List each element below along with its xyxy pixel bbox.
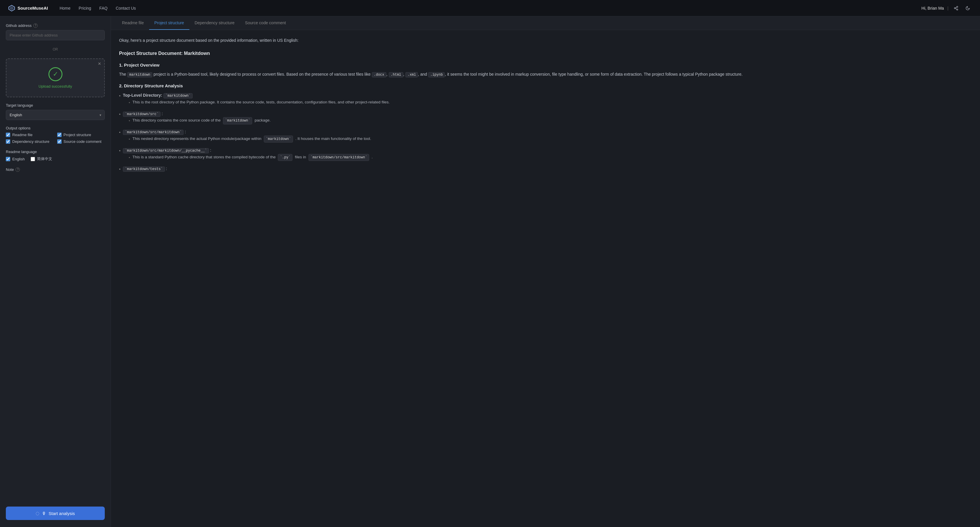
svg-point-2	[957, 6, 958, 7]
readme-lang-chinese-label: 简体中文	[37, 156, 52, 161]
start-btn-microphone-icon: 🎙	[42, 511, 46, 516]
language-select-wrapper: English 简体中文 日本語 한국어 ▾	[6, 110, 105, 120]
note-label: Note ?	[6, 168, 105, 172]
github-help-icon[interactable]: ?	[33, 23, 38, 28]
brand-logo[interactable]: SourceMuseAI	[8, 5, 48, 12]
nav-pricing[interactable]: Pricing	[79, 6, 91, 11]
code-src-markitdown: `markitdown/src/markitdown`	[123, 130, 184, 135]
option-project-structure-label: Project structure	[64, 133, 91, 137]
readme-lang-chinese-checkbox[interactable]	[31, 157, 35, 161]
readme-language-section: Readme language English 简体中文	[6, 150, 105, 161]
code-pycache: `markitdown/src/markitdown/__pycache__`	[123, 148, 209, 153]
code-markitdown-1: markitdown	[127, 72, 152, 77]
github-section: Github address ?	[6, 23, 105, 40]
sub-item-src: This directory contains the core source …	[129, 117, 270, 125]
sub-list-src-markitdown: This nested directory represents the act…	[123, 136, 371, 143]
option-readme[interactable]: Readme file	[6, 133, 54, 137]
language-select[interactable]: English 简体中文 日本語 한국어	[6, 110, 105, 120]
sub-item-pycache: This is a standard Python cache director…	[129, 154, 373, 161]
share-icon[interactable]	[952, 4, 960, 12]
code-markitdown-top: `markitdown`	[164, 93, 192, 99]
github-input[interactable]	[6, 30, 105, 40]
start-btn-spinner: ◌	[36, 511, 40, 516]
user-greeting: Hi, Brian Ma	[921, 6, 944, 11]
main-layout: Github address ? OR ✕ ✓ Upload successfu…	[0, 16, 980, 527]
github-label: Github address ?	[6, 23, 105, 28]
code-markitdown-pkg: `markitdown`	[223, 117, 252, 124]
code-tests: `markitdown/tests`	[123, 166, 165, 172]
option-source-comment[interactable]: Source code comment	[57, 139, 105, 144]
note-help-icon[interactable]: ?	[16, 168, 20, 172]
readme-lang-chinese[interactable]: 简体中文	[31, 156, 52, 161]
section-2-heading: 2. Directory Structure Analysis	[119, 82, 972, 90]
svg-line-6	[956, 7, 957, 8]
option-dependency-structure-checkbox[interactable]	[6, 139, 10, 144]
or-divider: OR	[6, 47, 105, 51]
readme-lang-english-label: English	[12, 157, 25, 161]
content-area: Okay, here's a project structure documen…	[111, 30, 980, 527]
sub-list-toplevel: This is the root directory of the Python…	[123, 99, 390, 106]
readme-language-label: Readme language	[6, 150, 105, 154]
code-py: `.py`	[278, 154, 293, 161]
left-panel: Github address ? OR ✕ ✓ Upload successfu…	[0, 16, 111, 527]
start-analysis-button[interactable]: ◌ 🎙 Start analysis	[6, 506, 105, 520]
dir-item-toplevel: Top-Level Directory: `markitdown` This i…	[119, 92, 972, 108]
option-source-comment-checkbox[interactable]	[57, 139, 62, 144]
right-panel: Readme file Project structure Dependency…	[111, 16, 980, 527]
target-language-section: Target language English 简体中文 日本語 한국어 ▾	[6, 103, 105, 120]
option-readme-checkbox[interactable]	[6, 133, 10, 137]
tab-readme[interactable]: Readme file	[117, 16, 149, 30]
sub-item-toplevel: This is the root directory of the Python…	[129, 99, 390, 106]
nav-links: Home Pricing FAQ Contact Us	[59, 6, 921, 11]
sub-list-pycache: This is a standard Python cache director…	[123, 154, 373, 161]
output-options-label: Output options	[6, 126, 105, 130]
svg-line-5	[956, 8, 957, 10]
section-1-para: The markitdown project is a Python-based…	[119, 71, 972, 78]
option-dependency-structure[interactable]: Dependency structure	[6, 139, 54, 144]
output-options-group: Readme file Project structure Dependency…	[6, 133, 105, 144]
doc-title: Project Structure Document: Markitdown	[119, 50, 972, 57]
option-readme-label: Readme file	[12, 133, 32, 137]
option-dependency-structure-label: Dependency structure	[12, 139, 49, 144]
dir-item-tests: `markitdown/tests` :	[119, 165, 972, 173]
nav-home[interactable]: Home	[59, 6, 70, 11]
intro-text: Okay, here's a project structure documen…	[119, 37, 972, 44]
option-project-structure-checkbox[interactable]	[57, 133, 62, 137]
dark-mode-icon[interactable]	[964, 4, 972, 12]
svg-point-3	[954, 8, 956, 9]
code-markitdown-ref: `markitdown`	[264, 136, 293, 142]
code-docx: .docx	[372, 72, 387, 77]
nav-faq[interactable]: FAQ	[99, 6, 107, 11]
code-html: .html	[389, 72, 403, 77]
dir-item-src-markitdown: `markitdown/src/markitdown` : This neste…	[119, 129, 972, 145]
code-markitdown-src: `markitdown/src`	[123, 112, 161, 117]
code-src-path: `markitdown/src/markitdown`	[309, 154, 369, 161]
tabs-bar: Readme file Project structure Dependency…	[111, 16, 980, 30]
svg-marker-1	[10, 6, 13, 10]
upload-success-icon: ✓	[48, 67, 62, 81]
option-project-structure[interactable]: Project structure	[57, 133, 105, 137]
start-btn-label: Start analysis	[48, 511, 75, 516]
sub-item-src-markitdown: This nested directory represents the act…	[129, 136, 371, 143]
dir-item-pycache: `markitdown/src/markitdown/__pycache__` …	[119, 147, 972, 163]
target-language-label: Target language	[6, 103, 105, 107]
svg-point-4	[957, 9, 958, 10]
brand-icon	[8, 5, 15, 12]
nav-contact[interactable]: Contact Us	[116, 6, 136, 11]
code-xml: .xml	[406, 72, 418, 77]
dir-toplevel-label: Top-Level Directory:	[123, 93, 162, 97]
tab-dependency-structure[interactable]: Dependency structure	[189, 16, 240, 30]
upload-close-button[interactable]: ✕	[98, 61, 101, 66]
section-1-heading: 1. Project Overview	[119, 61, 972, 69]
note-section: Note ?	[6, 168, 105, 501]
readme-lang-english[interactable]: English	[6, 157, 25, 161]
brand-name: SourceMuseAI	[18, 6, 48, 11]
upload-success-text: Upload successfully	[38, 84, 72, 88]
readme-lang-english-checkbox[interactable]	[6, 157, 10, 161]
tab-source-comment[interactable]: Source code comment	[240, 16, 291, 30]
directory-list: Top-Level Directory: `markitdown` This i…	[119, 92, 972, 173]
tab-project-structure[interactable]: Project structure	[149, 16, 189, 30]
upload-zone[interactable]: ✕ ✓ Upload successfully	[6, 58, 105, 97]
option-source-comment-label: Source code comment	[64, 139, 102, 144]
sub-list-src: This directory contains the core source …	[123, 117, 270, 125]
